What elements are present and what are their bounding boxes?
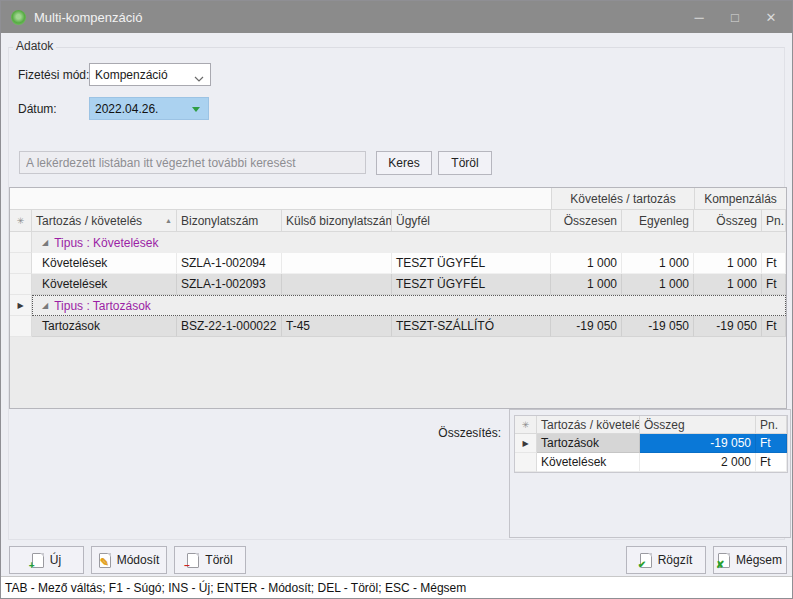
band-kompenzalas[interactable]: Kompenzálás	[694, 188, 786, 210]
group-expanded-icon[interactable]: ◢	[42, 238, 48, 247]
save-document-icon: ✔	[640, 553, 652, 568]
column-header-ugyfel[interactable]: Ügyfél	[392, 210, 551, 232]
table-row[interactable]: Követelések SZLA-1-002093 TESZT ÜGYFÉL 1…	[10, 274, 786, 295]
row-indicator	[10, 232, 32, 253]
summary-label: Összesítés:	[401, 426, 501, 440]
delete-document-icon: −	[187, 553, 199, 568]
status-bar: TAB - Mező váltás; F1 - Súgó; INS - Új; …	[1, 576, 792, 598]
row-indicator	[515, 453, 537, 472]
date-field[interactable]: 2022.04.26.	[89, 97, 209, 120]
row-indicator	[10, 253, 32, 274]
minimize-icon[interactable]: ─	[686, 4, 712, 30]
cancel-button[interactable]: ✘ Mégsem	[713, 546, 787, 574]
cancel-document-icon: ✘	[718, 553, 730, 568]
group-row-tartozasok[interactable]: ▶ ◢Tipus : Tartozások	[10, 295, 786, 316]
summary-header-row: ✳ Tartozás / követelés Összeg Pn.	[515, 416, 787, 434]
chevron-down-icon	[194, 72, 204, 86]
gutter-star-icon: ✳	[10, 210, 32, 232]
row-indicator	[10, 316, 32, 337]
payment-method-label: Fizetési mód:	[18, 68, 89, 82]
edit-button[interactable]: ✎ Módosít	[91, 546, 167, 574]
summary-column-osszeg[interactable]: Összeg	[640, 416, 756, 434]
adatok-groupbox-label: Adatok	[13, 39, 56, 53]
gutter-star-icon: ✳	[515, 416, 537, 434]
grid-band-row: Követelés / tartozás Kompenzálás	[10, 188, 786, 210]
search-input[interactable]	[19, 151, 366, 174]
group-row-kovetelesek[interactable]: ◢Tipus : Követelések	[10, 232, 786, 253]
close-icon[interactable]: ✕	[758, 4, 784, 30]
column-header-osszeg[interactable]: Összeg	[694, 210, 762, 232]
summary-row-kovetelesek[interactable]: Követelések 2 000 Ft	[515, 453, 787, 472]
app-icon	[11, 10, 26, 25]
group-expanded-icon[interactable]: ◢	[42, 301, 48, 310]
dialog-window: Multi-kompenzáció ─ □ ✕ Adatok Fizetési …	[0, 0, 793, 599]
summary-table: ✳ Tartozás / követelés Összeg Pn. ▶ Tart…	[514, 415, 788, 473]
clear-search-button[interactable]: Töröl	[438, 151, 492, 175]
row-focus-icon: ▶	[515, 434, 537, 453]
payment-method-value: Kompenzáció	[95, 68, 168, 82]
row-indicator	[10, 274, 32, 295]
payment-method-select[interactable]: Kompenzáció	[89, 63, 211, 86]
status-text: TAB - Mező váltás; F1 - Súgó; INS - Új; …	[5, 581, 466, 595]
window-title: Multi-kompenzáció	[34, 10, 142, 25]
summary-panel: ✳ Tartozás / követelés Összeg Pn. ▶ Tart…	[509, 409, 791, 538]
table-row[interactable]: Követelések SZLA-1-002094 TESZT ÜGYFÉL 1…	[10, 253, 786, 274]
edit-document-icon: ✎	[99, 553, 111, 568]
delete-button[interactable]: − Töröl	[174, 546, 246, 574]
new-document-icon: +	[32, 553, 44, 568]
column-header-egyenleg[interactable]: Egyenleg	[622, 210, 694, 232]
new-button[interactable]: + Új	[9, 546, 84, 574]
summary-row-tartozasok[interactable]: ▶ Tartozások -19 050 Ft	[515, 434, 787, 453]
grid-header-row: ✳ Tartozás / követelés▲ Bizonylatszám Kü…	[10, 210, 786, 232]
column-header-pn[interactable]: Pn.	[762, 210, 786, 232]
table-row[interactable]: Tartozások BSZ-22-1-000022 T-45 TESZT-SZ…	[10, 316, 786, 337]
summary-column-name[interactable]: Tartozás / követelés	[537, 416, 640, 434]
sort-asc-icon: ▲	[165, 217, 172, 224]
band-koveteles-tartozas[interactable]: Követelés / tartozás	[551, 188, 694, 210]
column-header-tartozas-koveteles[interactable]: Tartozás / követelés▲	[32, 210, 177, 232]
maximize-icon[interactable]: □	[722, 4, 748, 30]
date-dropdown-icon[interactable]	[192, 107, 200, 112]
date-value: 2022.04.26.	[95, 102, 158, 116]
column-header-kulso-bizonylatszam[interactable]: Külső bizonylatszám	[282, 210, 392, 232]
column-header-osszesen[interactable]: Összesen	[551, 210, 622, 232]
titlebar: Multi-kompenzáció ─ □ ✕	[1, 1, 792, 33]
date-label: Dátum:	[18, 102, 57, 116]
compensation-grid: Követelés / tartozás Kompenzálás ✳ Tarto…	[9, 187, 787, 409]
column-header-bizonylatszam[interactable]: Bizonylatszám	[177, 210, 282, 232]
row-focus-icon: ▶	[10, 295, 32, 316]
save-button[interactable]: ✔ Rögzít	[626, 546, 706, 574]
search-button[interactable]: Keres	[376, 151, 432, 175]
summary-column-pn[interactable]: Pn.	[756, 416, 787, 434]
